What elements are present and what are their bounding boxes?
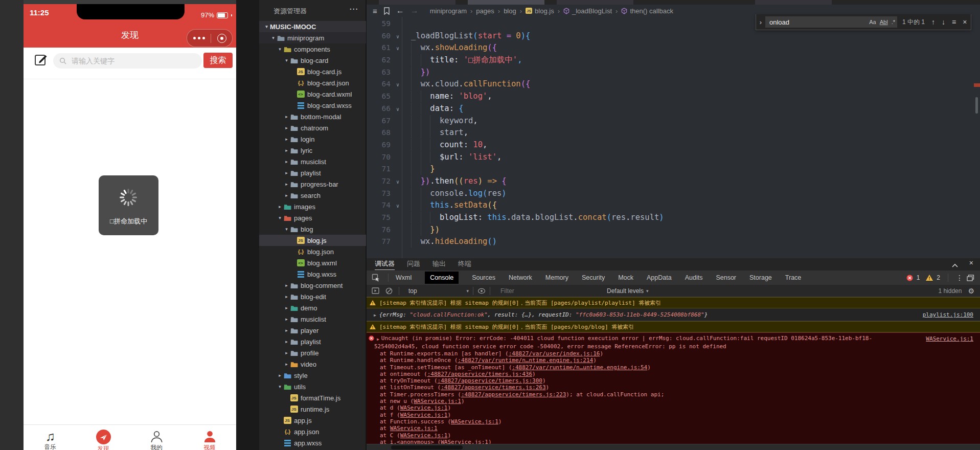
bookmark-icon[interactable] — [383, 7, 390, 15]
log-levels-dropdown[interactable]: Default levels ▾ — [607, 287, 649, 295]
console-error[interactable]: ▶Uncaught (in promise) Error: errCode: -… — [367, 332, 980, 444]
tabbar-item-person-outline[interactable]: 我的 — [130, 425, 183, 450]
devtools-tab-console[interactable]: Console — [425, 272, 459, 284]
tree-item-playlist[interactable]: ▸playlist — [259, 336, 366, 347]
code-line-75[interactable]: 75blogList: this.data.blogList.concat(re… — [367, 212, 972, 224]
breadcrumb-item-blog-js[interactable]: JSblog.js — [526, 7, 554, 15]
tree-item-components[interactable]: ▾components — [259, 43, 366, 55]
editor-scrollbar[interactable] — [975, 97, 978, 114]
capsule-menu[interactable] — [187, 29, 233, 47]
stack-link[interactable]: WAService.js:1 — [414, 398, 461, 404]
stack-link[interactable]: WAService.js:1 — [400, 412, 448, 418]
tree-item-search[interactable]: ▸search — [259, 190, 366, 201]
chevron-collapsed-icon[interactable]: ▸ — [283, 294, 290, 299]
devtools-tab-mock[interactable]: Mock — [618, 274, 633, 281]
debugger-tab-终端[interactable]: 终端 — [458, 259, 471, 270]
tree-item-blog-comment[interactable]: ▸blog-comment — [259, 280, 366, 291]
chevron-collapsed-icon[interactable]: ▸ — [283, 362, 290, 367]
tree-item-bottom-modal[interactable]: ▸bottom-modal — [259, 111, 366, 122]
tree-item-playlist[interactable]: ▸playlist — [259, 167, 366, 178]
tree-item-runtime.js[interactable]: JSruntime.js — [259, 403, 366, 415]
search-button[interactable]: 搜索 — [203, 53, 233, 68]
stack-link[interactable]: WAService.js:1 — [390, 425, 438, 432]
tree-item-blog-card.js[interactable]: JSblog-card.js — [259, 66, 366, 77]
tree-item-lyric[interactable]: ▸lyric — [259, 145, 366, 156]
previous-match-icon[interactable]: ↑ — [931, 18, 935, 26]
tree-item-app.js[interactable]: JSapp.js — [259, 415, 366, 426]
source-link[interactable]: WAService.js:1 — [926, 335, 973, 342]
tree-item-blog-card[interactable]: ▾blog-card — [259, 55, 366, 66]
stack-link[interactable]: WAService.js:1 — [451, 418, 498, 425]
kebab-menu-icon[interactable]: ⋮ — [956, 274, 963, 282]
tree-item-blog[interactable]: ▾blog — [259, 223, 366, 235]
tree-item-video[interactable]: ▸video — [259, 358, 366, 370]
code-line-61[interactable]: 61∨wx.showLoading({ — [367, 42, 972, 54]
fold-chevron-icon[interactable]: ∨ — [394, 176, 402, 188]
tree-item-musiclist[interactable]: ▸musiclist — [259, 313, 366, 325]
match-case-icon[interactable]: Aa — [869, 19, 876, 25]
console-settings-gear-icon[interactable]: ⚙ — [968, 287, 974, 295]
tree-item-blog.wxss[interactable]: blog.wxss — [259, 268, 366, 280]
chevron-collapsed-icon[interactable]: ▸ — [283, 170, 290, 175]
fold-chevron-icon[interactable]: ∨ — [394, 103, 402, 116]
tree-item-app.wxss[interactable]: app.wxss — [259, 437, 366, 448]
devtools-tab-trace[interactable]: Trace — [785, 274, 802, 281]
tree-item-images[interactable]: ▸images — [259, 201, 366, 212]
chevron-collapsed-icon[interactable]: ▸ — [283, 350, 290, 355]
fold-chevron-icon[interactable]: ∨ — [394, 79, 402, 91]
whole-word-icon[interactable]: Abl — [880, 19, 888, 25]
breadcrumb-item-blog[interactable]: blog — [504, 7, 516, 15]
code-line-67[interactable]: 67keyword, — [367, 115, 972, 127]
tree-item-MUSIC-IMOOC[interactable]: ▾MUSIC-IMOOC — [259, 21, 366, 32]
find-in-selection-icon[interactable]: ≡ — [952, 18, 956, 26]
breadcrumb-item-then-callback[interactable]: then() callback — [621, 7, 673, 15]
breadcrumb-item-miniprogram[interactable]: miniprogram — [430, 7, 467, 15]
devtools-tab-appdata[interactable]: AppData — [647, 274, 672, 281]
debugger-tab-调试器[interactable]: 调试器 — [375, 259, 395, 270]
search-input[interactable] — [53, 53, 202, 69]
devtools-tab-sources[interactable]: Sources — [472, 274, 495, 281]
chevron-collapsed-icon[interactable]: ▸ — [283, 317, 290, 322]
devtools-tab-network[interactable]: Network — [509, 274, 532, 281]
chevron-collapsed-icon[interactable]: ▸ — [283, 283, 290, 288]
tree-item-formatTime.js[interactable]: JSformatTime.js — [259, 392, 366, 403]
code-line-64[interactable]: 64∨wx.cloud.callFunction({ — [367, 78, 972, 91]
chevron-expanded-icon[interactable]: ▾ — [283, 227, 290, 232]
exit-target-icon[interactable] — [217, 34, 226, 43]
stack-link[interactable]: :48827/var/runtime/n…ntime.engine.js:214 — [458, 357, 593, 364]
chevron-expanded-icon[interactable]: ▾ — [277, 47, 283, 52]
collapse-panel-icon[interactable] — [952, 260, 958, 269]
console-hscrollbar[interactable] — [367, 444, 980, 450]
chevron-collapsed-icon[interactable]: ▸ — [283, 328, 290, 333]
tree-item-pages[interactable]: ▾pages — [259, 212, 366, 223]
code-line-76[interactable]: 76}) — [367, 224, 972, 236]
tree-item-app.json[interactable]: {..}app.json — [259, 426, 366, 437]
code-line-60[interactable]: 60∨_loadBlogList(start = 0){ — [367, 30, 972, 42]
tree-item-style[interactable]: ▸style — [259, 370, 366, 381]
code-line-63[interactable]: 63}) — [367, 66, 972, 79]
fold-chevron-icon[interactable]: ∨ — [394, 42, 402, 55]
expand-arrow-icon[interactable]: ▶ — [374, 313, 376, 318]
back-icon[interactable]: ← — [396, 6, 404, 15]
code-line-72[interactable]: 72∨}).then((res) => { — [367, 175, 972, 188]
tree-item-blog-card.wxml[interactable]: <>blog-card.wxml — [259, 88, 366, 100]
tree-item-blog.js[interactable]: JSblog.js — [259, 235, 366, 246]
live-expression-eye-icon[interactable] — [477, 288, 486, 294]
next-match-icon[interactable]: ↓ — [942, 18, 945, 26]
forward-icon[interactable]: → — [411, 6, 419, 15]
console-warning[interactable]: [sitemap 索引情况提示] 根据 sitemap 的规则[0]，当前页面 … — [367, 321, 980, 332]
devtools-tab-security[interactable]: Security — [582, 274, 605, 281]
fold-chevron-icon[interactable]: ∨ — [394, 200, 402, 212]
chevron-collapsed-icon[interactable]: ▸ — [283, 148, 290, 153]
code-editor[interactable]: 5960∨_loadBlogList(start = 0){61∨wx.show… — [367, 18, 972, 248]
chevron-collapsed-icon[interactable]: ▸ — [283, 125, 290, 130]
stack-link[interactable]: :48827/var/runtime/n…untime.engine.js:54 — [512, 364, 647, 371]
chevron-collapsed-icon[interactable]: ▸ — [283, 182, 290, 187]
tree-item-blog.json[interactable]: {..}blog.json — [259, 246, 366, 257]
code-line-66[interactable]: 66∨data: { — [367, 103, 972, 115]
console-sidebar-icon[interactable] — [372, 287, 379, 294]
debugger-tab-问题[interactable]: 问题 — [407, 259, 420, 270]
code-line-71[interactable]: 71} — [367, 163, 972, 175]
code-line-62[interactable]: 62title: '□拼命加载中', — [367, 54, 972, 66]
more-icon[interactable] — [193, 37, 205, 39]
